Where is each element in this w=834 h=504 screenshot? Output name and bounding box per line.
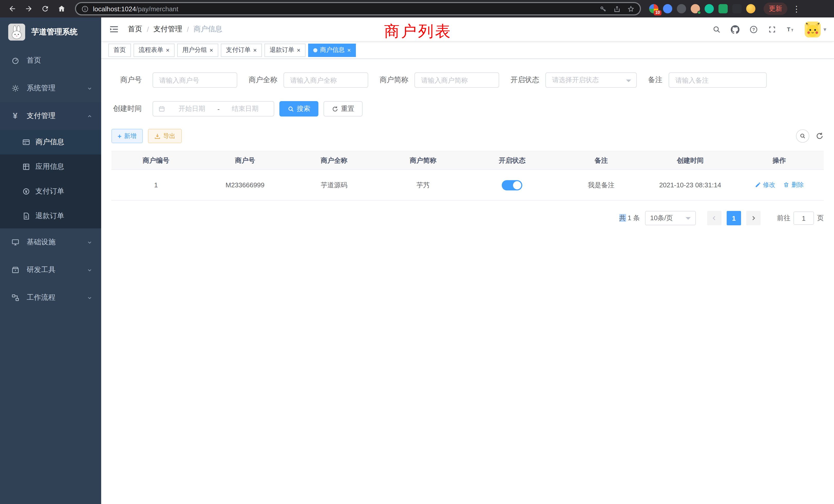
payment-submenu: 商户信息 应用信息 支付订单 bbox=[0, 130, 101, 228]
url-path: /pay/merchant bbox=[136, 5, 178, 13]
share-icon[interactable] bbox=[613, 5, 621, 13]
sidebar-item-app-info[interactable]: 应用信息 bbox=[0, 155, 101, 179]
next-page-button[interactable] bbox=[746, 211, 761, 225]
chevron-down-icon bbox=[87, 239, 92, 245]
extension-dark-circle-icon[interactable] bbox=[677, 4, 686, 13]
tab-user-group[interactable]: 用户分组 × bbox=[177, 43, 218, 57]
breadcrumb-payment[interactable]: 支付管理 bbox=[154, 25, 182, 34]
close-icon[interactable]: × bbox=[347, 47, 351, 53]
cell-full-name: 芋道源码 bbox=[290, 169, 379, 201]
fullscreen-icon[interactable] bbox=[765, 22, 779, 37]
sidebar-item-merchant-info[interactable]: 商户信息 bbox=[0, 130, 101, 155]
sidebar-toggle-icon[interactable] bbox=[109, 24, 119, 35]
close-icon[interactable]: × bbox=[297, 47, 301, 53]
goto-page-input[interactable] bbox=[793, 211, 814, 225]
col-merchant-id: 商户编号 bbox=[111, 151, 200, 169]
sidebar-item-workflow[interactable]: 工作流程 bbox=[0, 284, 101, 312]
chevron-down-icon bbox=[87, 267, 92, 273]
bookmark-star-icon[interactable] bbox=[627, 5, 635, 13]
sidebar-item-label: 支付管理 bbox=[27, 111, 56, 121]
breadcrumb-current: 商户信息 bbox=[194, 25, 222, 34]
breadcrumb-home[interactable]: 首页 bbox=[128, 25, 142, 34]
chevron-up-icon bbox=[87, 113, 92, 119]
cell-create-time: 2021-10-23 08:31:14 bbox=[646, 169, 735, 201]
help-icon[interactable]: ? bbox=[746, 22, 761, 37]
address-bar[interactable]: localhost:1024/pay/merchant bbox=[75, 2, 641, 16]
extension-avatar-icon[interactable] bbox=[691, 4, 700, 13]
avatar bbox=[805, 21, 821, 37]
sidebar-item-label: 工作流程 bbox=[27, 293, 56, 302]
prev-page-button[interactable] bbox=[707, 211, 722, 225]
sidebar-item-pay-order[interactable]: 支付订单 bbox=[0, 179, 101, 204]
extension-blue-icon[interactable] bbox=[663, 4, 672, 13]
font-size-icon[interactable]: TT bbox=[784, 22, 798, 37]
breadcrumb-separator: / bbox=[147, 25, 149, 33]
extension-badge: 10 bbox=[654, 10, 661, 16]
browser-menu-icon[interactable]: ⋮ bbox=[789, 4, 804, 14]
sidebar-item-infrastructure[interactable]: 基础设施 bbox=[0, 228, 101, 256]
refresh-icon[interactable] bbox=[815, 132, 824, 140]
toggle-search-icon[interactable] bbox=[796, 129, 809, 143]
extension-tampermonkey-icon[interactable] bbox=[732, 4, 742, 13]
status-label: 开启状态 bbox=[510, 75, 539, 85]
add-button[interactable]: + 新增 bbox=[111, 129, 142, 143]
back-icon[interactable] bbox=[5, 2, 20, 16]
site-info-icon[interactable] bbox=[81, 5, 89, 13]
password-key-icon[interactable] bbox=[599, 5, 607, 13]
extension-orange-icon[interactable] bbox=[746, 4, 755, 13]
extension-green-square-icon[interactable] bbox=[719, 4, 728, 13]
calendar-icon bbox=[158, 105, 166, 112]
sidebar-item-dev-tools[interactable]: 研发工具 bbox=[0, 256, 101, 284]
monitor-icon bbox=[11, 238, 20, 247]
add-button-label: 新增 bbox=[124, 132, 136, 140]
pagination: 共 1 条 10条/页 1 bbox=[111, 211, 824, 225]
github-icon[interactable] bbox=[728, 22, 742, 37]
sidebar-item-system-mgmt[interactable]: 系统管理 bbox=[0, 74, 101, 102]
status-toggle[interactable] bbox=[502, 180, 522, 190]
merchant-name-input[interactable] bbox=[284, 72, 368, 88]
status-select[interactable]: 请选择开启状态 bbox=[545, 72, 637, 88]
search-icon[interactable] bbox=[709, 22, 724, 37]
tab-pay-order[interactable]: 支付订单 × bbox=[221, 43, 262, 57]
reset-button[interactable]: 重置 bbox=[324, 101, 363, 116]
export-button-label: 导出 bbox=[163, 132, 175, 140]
user-menu[interactable]: ▾ bbox=[805, 21, 826, 37]
reset-button-label: 重置 bbox=[341, 104, 354, 113]
col-actions: 操作 bbox=[734, 151, 824, 169]
tab-refund-order[interactable]: 退款订单 × bbox=[264, 43, 306, 57]
create-time-label: 创建时间 bbox=[111, 104, 142, 113]
active-tab-dot bbox=[313, 48, 317, 52]
sidebar-item-label: 应用信息 bbox=[36, 162, 64, 171]
sidebar-logo[interactable]: 芋道管理系统 bbox=[0, 18, 101, 47]
export-button[interactable]: 导出 bbox=[148, 129, 181, 143]
date-end-placeholder: 结束日期 bbox=[222, 104, 269, 113]
edit-link[interactable]: 修改 bbox=[755, 181, 775, 189]
close-icon[interactable]: × bbox=[210, 47, 213, 53]
tab-process-form[interactable]: 流程表单 × bbox=[133, 43, 175, 57]
close-icon[interactable]: × bbox=[253, 47, 257, 53]
page-size-select[interactable]: 10条/页 bbox=[645, 211, 696, 225]
extension-colorwheel-icon[interactable]: 10 bbox=[649, 4, 658, 13]
merchant-short-label: 商户简称 bbox=[379, 75, 408, 85]
forward-icon[interactable] bbox=[22, 2, 36, 16]
page-number-button[interactable]: 1 bbox=[727, 211, 741, 225]
extension-green-circle-icon[interactable] bbox=[705, 4, 714, 13]
merchant-short-input[interactable] bbox=[414, 72, 499, 88]
browser-update-button[interactable]: 更新 bbox=[764, 3, 787, 15]
reload-icon[interactable] bbox=[38, 2, 52, 16]
browser-chrome: localhost:1024/pay/merchant 10 bbox=[0, 0, 834, 18]
sidebar-item-home[interactable]: 首页 bbox=[0, 47, 101, 74]
logo-bunny-icon bbox=[8, 24, 25, 41]
sidebar-item-refund-order[interactable]: 退款订单 bbox=[0, 204, 101, 228]
merchant-no-input[interactable] bbox=[153, 72, 237, 88]
date-range-picker[interactable]: 开始日期 - 结束日期 bbox=[153, 101, 274, 116]
delete-link[interactable]: 删除 bbox=[783, 181, 804, 189]
tab-home[interactable]: 首页 bbox=[108, 43, 131, 57]
tab-merchant-info[interactable]: 商户信息 × bbox=[308, 43, 356, 57]
grid-icon bbox=[22, 162, 30, 171]
search-button[interactable]: 搜索 bbox=[279, 101, 319, 116]
close-icon[interactable]: × bbox=[166, 47, 170, 53]
remark-input[interactable] bbox=[668, 72, 767, 88]
home-icon[interactable] bbox=[54, 2, 69, 16]
sidebar-item-payment-mgmt[interactable]: ¥ 支付管理 bbox=[0, 102, 101, 130]
